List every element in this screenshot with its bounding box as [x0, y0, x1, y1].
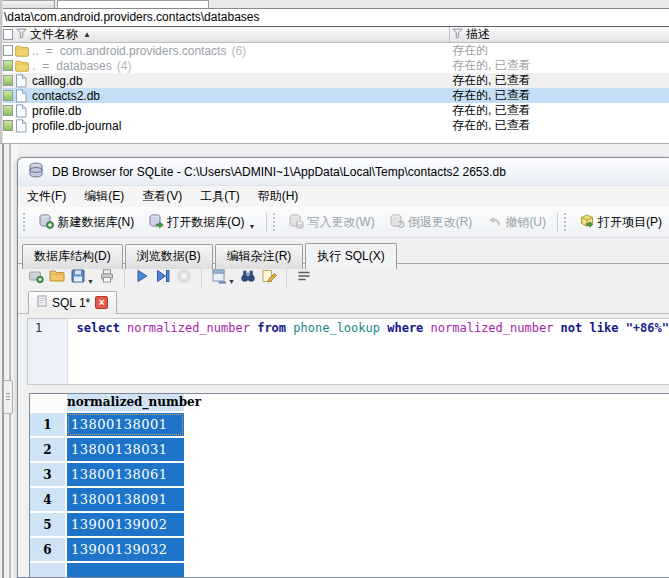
- menu-item[interactable]: 文件(F): [18, 186, 75, 207]
- file-name: .: [32, 59, 35, 73]
- scrollbar-thumb[interactable]: [3, 380, 13, 414]
- tab-编辑杂注(R)[interactable]: 编辑杂注(R): [215, 244, 304, 269]
- dropdown-caret-icon[interactable]: ▼: [228, 278, 235, 287]
- menu-item[interactable]: 帮助(H): [249, 186, 308, 207]
- row-number[interactable]: 4: [30, 488, 65, 511]
- equals-sign: =: [42, 59, 49, 73]
- file-description: 存在的: [452, 43, 488, 58]
- sort-ascending-icon: ▲: [83, 30, 91, 39]
- results-column-header[interactable]: normalized_number: [67, 394, 184, 411]
- row-checkbox[interactable]: [3, 105, 13, 116]
- filter-icon[interactable]: [452, 28, 463, 42]
- file-row-calllog.db[interactable]: calllog.db存在的, 已查看: [0, 73, 669, 88]
- sql-token-field: normalized_number: [431, 321, 561, 335]
- db-browser-window: DB Browser for SQLite - C:\Users\ADMINI~…: [17, 157, 669, 578]
- word-wrap-button[interactable]: [296, 268, 312, 287]
- window-titlebar[interactable]: DB Browser for SQLite - C:\Users\ADMINI~…: [18, 158, 669, 186]
- row-number[interactable]: 2: [30, 438, 65, 461]
- sql-code-line[interactable]: select normalized_number from phone_look…: [68, 319, 669, 384]
- background-tab[interactable]: [2, 0, 55, 8]
- result-row: 213800138031: [30, 438, 669, 461]
- stop-icon: [176, 268, 192, 287]
- save-sql-file-button[interactable]: ▼: [70, 268, 94, 287]
- print-button[interactable]: [99, 268, 115, 287]
- file-row-profile.db[interactable]: profile.db存在的, 已查看: [0, 103, 669, 118]
- file-row-..[interactable]: ..=com.android.providers.contacts(6)存在的: [0, 43, 669, 58]
- row-number[interactable]: 3: [30, 463, 65, 486]
- open-sql-file-button[interactable]: [49, 268, 65, 287]
- toolbar-button-revert-changes: 倒退更改(R): [382, 210, 480, 235]
- toolbar-grip[interactable]: [23, 213, 27, 231]
- toolbar-separator: [266, 212, 267, 232]
- row-number[interactable]: [30, 563, 65, 578]
- dropdown-caret-icon[interactable]: ▼: [87, 278, 94, 287]
- result-cell[interactable]: 13800138001: [67, 413, 184, 436]
- parent-window-scrollbar[interactable]: [0, 144, 17, 578]
- row-checkbox[interactable]: [3, 75, 13, 86]
- file-name: calllog.db: [32, 74, 83, 88]
- select-all-checkbox[interactable]: [3, 29, 13, 40]
- equals-sign: =: [46, 44, 53, 58]
- toolbar-button-open-project[interactable]: 打开项目(P): [572, 210, 669, 235]
- row-checkbox[interactable]: [3, 60, 13, 71]
- result-cell[interactable]: 13800138031: [67, 438, 184, 461]
- result-cell[interactable]: 13800138091: [67, 488, 184, 511]
- toolbar-grip[interactable]: [273, 213, 277, 231]
- result-cell[interactable]: 13900139002: [67, 513, 184, 536]
- toolbar-button-new-database[interactable]: 新建数据库(N): [31, 210, 141, 235]
- row-number[interactable]: 5: [30, 513, 65, 536]
- top-tab-remnant: [0, 0, 669, 8]
- write-changes-icon: [288, 213, 304, 232]
- result-cell[interactable]: [67, 563, 184, 578]
- file-icon: [15, 119, 32, 133]
- row-checkbox[interactable]: [3, 120, 13, 131]
- line-number-gutter: 1: [28, 319, 68, 384]
- row-number[interactable]: 1: [30, 413, 65, 436]
- toolbar-button-label: 撤销(U): [505, 214, 546, 231]
- toolbar-button-write-changes: 写入更改(W): [281, 210, 381, 235]
- toolbar-grip[interactable]: [564, 213, 568, 231]
- file-icon: [15, 74, 32, 88]
- tab-执行 SQL(X)[interactable]: 执行 SQL(X): [305, 243, 396, 270]
- editor-results-splitter[interactable]: [18, 385, 669, 393]
- result-row: 513900139002: [30, 513, 669, 536]
- current-path-bar[interactable]: \data\com.android.providers.contacts\dat…: [0, 8, 669, 27]
- result-cell[interactable]: 13800138061: [67, 463, 184, 486]
- file-row-contacts2.db[interactable]: contacts2.db存在的, 已查看: [0, 88, 669, 103]
- row-checkbox[interactable]: [3, 45, 13, 56]
- edit-button[interactable]: [261, 268, 277, 287]
- menu-item[interactable]: 编辑(E): [75, 186, 133, 207]
- new-sql-tab-button[interactable]: [28, 268, 44, 287]
- file-name: profile.db: [32, 104, 81, 118]
- result-cell[interactable]: 13900139032: [67, 538, 184, 561]
- name-column-header[interactable]: 文件名称 ▲: [3, 27, 91, 42]
- toolbar-button-label: 新建数据库(N): [57, 214, 134, 231]
- file-row-profile.db-journal[interactable]: profile.db-journal存在的, 已查看: [0, 118, 669, 133]
- row-number[interactable]: 6: [30, 538, 65, 561]
- column-divider[interactable]: [449, 27, 450, 42]
- find-button[interactable]: [240, 268, 256, 287]
- sql-editor[interactable]: 1 select normalized_number from phone_lo…: [27, 318, 669, 385]
- description-column-header[interactable]: 描述: [452, 27, 490, 42]
- toolbar-button-open-database[interactable]: 打开数据库(O)▼: [141, 210, 262, 235]
- window-title-text: DB Browser for SQLite - C:\Users\ADMINI~…: [52, 165, 506, 179]
- active-background-tab[interactable]: [57, 0, 209, 8]
- file-row-.[interactable]: .=databases(4)存在的, 已查看: [0, 58, 669, 73]
- stop-button: [176, 268, 192, 287]
- filter-icon[interactable]: [16, 28, 27, 42]
- sql-editor-tab[interactable]: SQL 1* ×: [28, 291, 117, 314]
- table-corner-cell[interactable]: [30, 394, 65, 411]
- execute-current-line-button[interactable]: [155, 268, 171, 287]
- menu-item[interactable]: 查看(V): [133, 186, 191, 207]
- row-checkbox[interactable]: [3, 90, 13, 101]
- toolbar-button-label: 倒退更改(R): [408, 214, 473, 231]
- close-tab-icon[interactable]: ×: [95, 296, 108, 309]
- dropdown-caret-icon[interactable]: ▼: [248, 223, 255, 232]
- tab-数据库结构(D)[interactable]: 数据库结构(D): [22, 244, 123, 269]
- execute-sql-button[interactable]: [134, 268, 150, 287]
- tab-浏览数据(B)[interactable]: 浏览数据(B): [125, 244, 213, 269]
- sql-token-keyword: where: [387, 321, 430, 335]
- menu-item[interactable]: 工具(T): [191, 186, 248, 207]
- open-database-icon: [148, 213, 164, 232]
- save-results-button[interactable]: ▼: [211, 268, 235, 287]
